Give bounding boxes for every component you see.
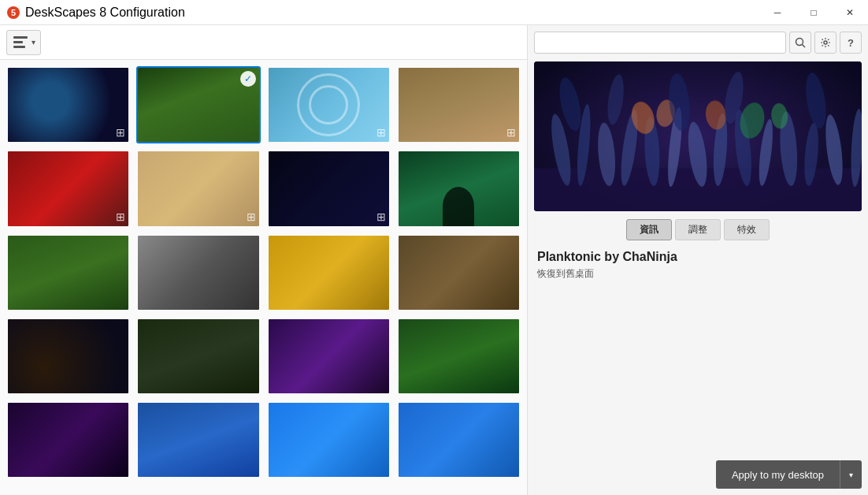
film-icon: ⊞: [116, 210, 125, 223]
bottom-action: Apply to my desktop ▾: [534, 460, 862, 489]
wallpaper-grid-container[interactable]: ⊞ ✓ ⊞ ⊞: [0, 60, 527, 495]
wallpaper-item[interactable]: ⊞: [267, 66, 391, 143]
titlebar-controls: ─ □ ✕: [759, 0, 868, 25]
wallpaper-item[interactable]: [136, 401, 260, 478]
film-icon: ⊞: [377, 210, 386, 223]
tab-info[interactable]: 資訊: [626, 219, 672, 240]
menu-dropdown-icon: ▾: [32, 38, 35, 47]
wallpaper-item[interactable]: [6, 234, 130, 311]
film-icon: ⊞: [247, 210, 256, 223]
wallpaper-item[interactable]: [267, 401, 391, 478]
wallpaper-item[interactable]: [397, 234, 521, 311]
svg-rect-3: [13, 41, 23, 43]
wallpaper-grid: ⊞ ✓ ⊞ ⊞: [6, 66, 521, 478]
settings-icon: [820, 37, 831, 48]
maximize-button[interactable]: □: [796, 0, 832, 25]
wallpaper-subtitle: 恢復到舊桌面: [534, 267, 862, 281]
menu-button[interactable]: ▾: [6, 30, 41, 55]
minimize-button[interactable]: ─: [759, 0, 796, 25]
wallpaper-item[interactable]: [136, 318, 260, 395]
app-icon: 5: [6, 6, 20, 20]
wallpaper-item[interactable]: ⊞: [397, 66, 521, 143]
detail-tabs: 資訊 調整 特效: [534, 219, 862, 240]
search-bar: ?: [534, 32, 862, 54]
apply-to-desktop-button[interactable]: Apply to my desktop: [716, 460, 840, 489]
titlebar: 5 DeskScapes 8 Configuration ─ □ ✕: [0, 0, 868, 25]
wallpaper-item[interactable]: ✓: [136, 66, 260, 143]
wallpaper-item[interactable]: [6, 318, 130, 395]
help-button[interactable]: ?: [840, 32, 862, 54]
tab-adjust[interactable]: 調整: [675, 219, 721, 240]
wallpaper-title: Planktonic by ChaNinja: [534, 250, 862, 264]
svg-rect-4: [13, 46, 25, 48]
svg-text:5: 5: [11, 8, 16, 17]
wallpaper-item[interactable]: ⊞: [6, 66, 130, 143]
app-title: DeskScapes 8 Configuration: [25, 6, 185, 20]
wallpaper-item[interactable]: ⊞: [6, 150, 130, 227]
wallpaper-info: Planktonic by ChaNinja 恢復到舊桌面: [534, 250, 862, 281]
left-panel: ▾ ⊞ ✓: [0, 25, 528, 495]
apply-dropdown-button[interactable]: ▾: [840, 460, 862, 489]
wallpaper-item[interactable]: [267, 234, 391, 311]
selected-checkmark: ✓: [240, 71, 256, 87]
wallpaper-item[interactable]: ⊞: [136, 150, 260, 227]
wallpaper-item[interactable]: [136, 234, 260, 311]
preview-svg: [534, 61, 862, 211]
right-panel: ?: [528, 25, 868, 495]
svg-line-6: [803, 45, 806, 48]
wallpaper-item[interactable]: [267, 318, 391, 395]
svg-point-5: [796, 39, 803, 46]
tab-effects[interactable]: 特效: [724, 219, 770, 240]
search-button[interactable]: [789, 32, 811, 54]
wallpaper-item[interactable]: [397, 318, 521, 395]
search-input[interactable]: [534, 32, 786, 54]
settings-button[interactable]: [814, 32, 836, 54]
titlebar-left: 5 DeskScapes 8 Configuration: [0, 6, 185, 20]
film-icon: ⊞: [377, 126, 386, 139]
menu-icon: [12, 34, 29, 51]
toolbar: ▾: [0, 25, 527, 60]
main-content: ▾ ⊞ ✓: [0, 25, 868, 495]
svg-rect-2: [13, 36, 28, 39]
film-icon: ⊞: [116, 126, 125, 139]
wallpaper-item[interactable]: ⊞: [267, 150, 391, 227]
preview-image: [534, 61, 862, 211]
search-icon: [795, 37, 806, 48]
svg-point-7: [824, 41, 827, 44]
close-button[interactable]: ✕: [832, 0, 868, 25]
film-icon: ⊞: [506, 126, 516, 139]
wallpaper-item[interactable]: [397, 150, 521, 227]
wallpaper-item[interactable]: [397, 401, 521, 478]
wallpaper-item[interactable]: [6, 401, 130, 478]
